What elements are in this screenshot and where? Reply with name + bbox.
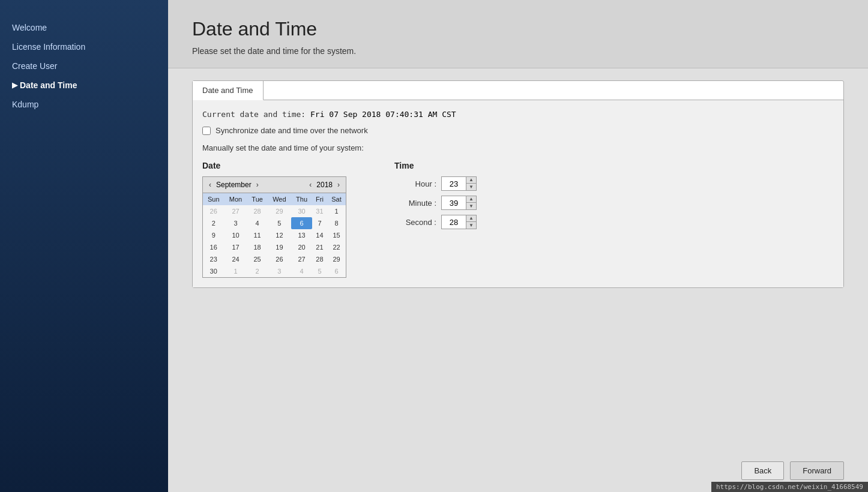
calendar-day[interactable]: 29 bbox=[268, 205, 292, 217]
sidebar-item-label: Create User bbox=[12, 61, 57, 71]
calendar-day[interactable]: 19 bbox=[268, 241, 292, 253]
calendar-day[interactable]: 21 bbox=[312, 241, 327, 253]
calendar-day[interactable]: 31 bbox=[312, 205, 327, 217]
next-year-btn[interactable]: › bbox=[335, 179, 342, 190]
url-bar: https://blog.csdn.net/weixin_41668549 bbox=[711, 482, 868, 492]
time-field-second: Second :▲▼ bbox=[394, 215, 477, 229]
time-spinners-second: ▲▼ bbox=[466, 215, 476, 229]
weekday-header: Thu bbox=[291, 193, 312, 205]
time-input-wrap-minute: ▲▼ bbox=[441, 196, 477, 210]
sidebar-item-kdump[interactable]: Kdump bbox=[0, 95, 168, 114]
time-section: Time Hour :▲▼Minute :▲▼Second :▲▼ bbox=[394, 161, 477, 234]
calendar-day[interactable]: 14 bbox=[312, 229, 327, 241]
back-button[interactable]: Back bbox=[741, 461, 784, 480]
page-header: Date and Time Please set the date and ti… bbox=[168, 0, 868, 68]
calendar-day[interactable]: 28 bbox=[312, 253, 327, 265]
time-spinner-down-second[interactable]: ▼ bbox=[466, 222, 476, 229]
calendar-day[interactable]: 10 bbox=[224, 229, 247, 241]
tab-container: Date and Time Current date and time: Fri… bbox=[192, 80, 844, 288]
calendar-day[interactable]: 25 bbox=[247, 253, 268, 265]
calendar-day[interactable]: 2 bbox=[203, 217, 224, 229]
calendar-day[interactable]: 3 bbox=[268, 265, 292, 277]
time-spinner-down-minute[interactable]: ▼ bbox=[466, 203, 476, 209]
calendar-day[interactable]: 9 bbox=[203, 229, 224, 241]
sync-label: Synchronize date and time over the netwo… bbox=[215, 126, 368, 135]
weekday-header: Fri bbox=[312, 193, 327, 205]
calendar-day[interactable]: 30 bbox=[291, 205, 312, 217]
time-spinner-down-hour[interactable]: ▼ bbox=[466, 184, 476, 190]
calendar-day[interactable]: 29 bbox=[327, 253, 346, 265]
sidebar-item-label: Date and Time bbox=[20, 80, 77, 90]
tab-date-time[interactable]: Date and Time bbox=[193, 81, 264, 100]
calendar-day[interactable]: 17 bbox=[224, 241, 247, 253]
forward-button[interactable]: Forward bbox=[790, 461, 844, 480]
time-input-wrap-second: ▲▼ bbox=[441, 215, 477, 229]
calendar-day[interactable]: 15 bbox=[327, 229, 346, 241]
sidebar-item-create-user[interactable]: Create User bbox=[0, 56, 168, 76]
calendar-day[interactable]: 30 bbox=[203, 265, 224, 277]
page-title: Date and Time bbox=[192, 18, 844, 40]
sidebar-item-label: License Information bbox=[12, 42, 85, 52]
calendar-week-row: 23242526272829 bbox=[203, 253, 346, 265]
prev-month-btn[interactable]: ‹ bbox=[206, 179, 214, 190]
sidebar-item-date-time[interactable]: ▶Date and Time bbox=[0, 76, 168, 95]
calendar-weekdays: SunMonTueWedThuFriSat bbox=[203, 193, 346, 205]
calendar-day[interactable]: 1 bbox=[224, 265, 247, 277]
calendar-day[interactable]: 22 bbox=[327, 241, 346, 253]
time-spinner-up-second[interactable]: ▲ bbox=[466, 215, 476, 222]
time-input-second[interactable] bbox=[442, 216, 466, 229]
calendar-day[interactable]: 26 bbox=[268, 253, 292, 265]
calendar-day[interactable]: 5 bbox=[268, 217, 292, 229]
calendar-day[interactable]: 23 bbox=[203, 253, 224, 265]
time-spinners-hour: ▲▼ bbox=[466, 177, 476, 190]
calendar-day[interactable]: 16 bbox=[203, 241, 224, 253]
calendar-day[interactable]: 2 bbox=[247, 265, 268, 277]
calendar: ‹ September › ‹ 2018 › bbox=[202, 176, 346, 278]
time-field-label-minute: Minute : bbox=[394, 199, 436, 208]
calendar-day[interactable]: 8 bbox=[327, 217, 346, 229]
calendar-day[interactable]: 28 bbox=[247, 205, 268, 217]
content-area: Date and Time Current date and time: Fri… bbox=[168, 68, 868, 449]
page-subtitle: Please set the date and time for the sys… bbox=[192, 46, 844, 56]
calendar-day[interactable]: 24 bbox=[224, 253, 247, 265]
sync-checkbox[interactable] bbox=[202, 127, 211, 135]
calendar-day[interactable]: 27 bbox=[291, 253, 312, 265]
calendar-day[interactable]: 11 bbox=[247, 229, 268, 241]
time-spinner-up-hour[interactable]: ▲ bbox=[466, 177, 476, 184]
current-datetime-value: Fri 07 Sep 2018 07:40:31 AM CST bbox=[306, 110, 456, 119]
calendar-day[interactable]: 5 bbox=[312, 265, 327, 277]
sidebar-item-license[interactable]: License Information bbox=[0, 37, 168, 56]
prev-year-btn[interactable]: ‹ bbox=[307, 179, 314, 190]
calendar-day[interactable]: 3 bbox=[224, 217, 247, 229]
sidebar: WelcomeLicense InformationCreate User▶Da… bbox=[0, 0, 168, 492]
calendar-day[interactable]: 6 bbox=[327, 265, 346, 277]
time-spinner-up-minute[interactable]: ▲ bbox=[466, 196, 476, 203]
weekday-header: Sun bbox=[203, 193, 224, 205]
calendar-day[interactable]: 7 bbox=[312, 217, 327, 229]
calendar-day[interactable]: 1 bbox=[327, 205, 346, 217]
calendar-day[interactable]: 27 bbox=[224, 205, 247, 217]
calendar-day[interactable]: 12 bbox=[268, 229, 292, 241]
calendar-day[interactable]: 26 bbox=[203, 205, 224, 217]
calendar-grid: SunMonTueWedThuFriSat 262728293031123456… bbox=[203, 193, 346, 277]
next-month-btn[interactable]: › bbox=[254, 179, 261, 190]
calendar-day[interactable]: 13 bbox=[291, 229, 312, 241]
calendar-day[interactable]: 4 bbox=[291, 265, 312, 277]
sync-row: Synchronize date and time over the netwo… bbox=[202, 126, 834, 135]
calendar-day[interactable]: 6 bbox=[291, 217, 312, 229]
time-input-hour[interactable] bbox=[442, 178, 466, 190]
time-fields: Hour :▲▼Minute :▲▼Second :▲▼ bbox=[394, 176, 477, 229]
weekday-header: Wed bbox=[268, 193, 292, 205]
calendar-day[interactable]: 18 bbox=[247, 241, 268, 253]
manual-label: Manually set the date and time of your s… bbox=[202, 143, 834, 152]
calendar-day[interactable]: 4 bbox=[247, 217, 268, 229]
time-heading: Time bbox=[394, 161, 477, 170]
date-heading: Date bbox=[202, 161, 346, 170]
current-datetime: Current date and time: Fri 07 Sep 2018 0… bbox=[202, 110, 834, 119]
calendar-week-row: 2627282930311 bbox=[203, 205, 346, 217]
time-input-minute[interactable] bbox=[442, 197, 466, 209]
sidebar-item-welcome[interactable]: Welcome bbox=[0, 18, 168, 37]
time-spinners-minute: ▲▼ bbox=[466, 196, 476, 209]
calendar-day[interactable]: 20 bbox=[291, 241, 312, 253]
calendar-header: ‹ September › ‹ 2018 › bbox=[203, 177, 346, 193]
